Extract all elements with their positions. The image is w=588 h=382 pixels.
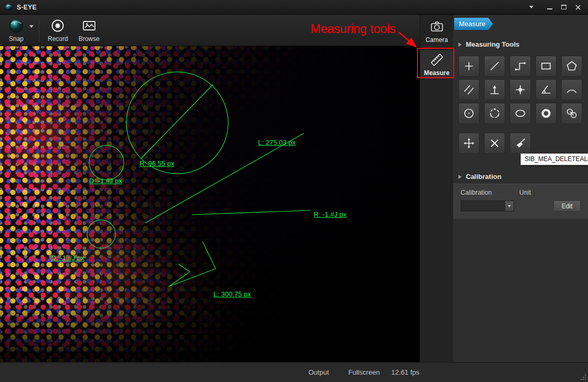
measured-polyline xyxy=(169,241,216,286)
measure-tab-label: Measure xyxy=(424,69,450,77)
circle-3pt-tool-button[interactable] xyxy=(484,103,505,124)
select-chevron-button[interactable] xyxy=(505,201,514,211)
measurement-label[interactable]: R: -1.#J px xyxy=(314,210,347,218)
snap-label: Snap xyxy=(9,35,24,43)
unit-label: Unit xyxy=(519,189,581,196)
move-tool-button[interactable] xyxy=(458,133,479,154)
app-logo-icon xyxy=(5,3,13,12)
maximize-button[interactable] xyxy=(557,2,571,13)
measurement-label[interactable]: D: -1.#J px xyxy=(51,254,84,262)
fullscreen-button[interactable]: Fullscreen xyxy=(348,363,380,382)
annulus-tool-button[interactable] xyxy=(536,103,557,124)
measurement-label[interactable]: L: 275.03 px xyxy=(258,139,296,146)
chevron-down-icon xyxy=(29,25,34,28)
measurement-overlay xyxy=(0,46,420,362)
parallel-lines-tool-button[interactable] xyxy=(458,79,479,100)
side-tabstrip: Camera Measure xyxy=(420,15,453,362)
vertical-line-tool-button[interactable] xyxy=(484,79,505,100)
polyline-tool-icon xyxy=(514,60,527,72)
minimize-button[interactable] xyxy=(542,2,557,13)
camera-viewport[interactable]: R: 96.55 px D: -1.#J px L: 275.03 px R: … xyxy=(0,46,420,362)
panel-tab-measure[interactable]: Measure xyxy=(454,18,493,30)
chevron-down-icon xyxy=(529,6,533,8)
rectangle-tool-icon xyxy=(540,60,552,72)
tooltip: SIB_MEA_DELETEALL xyxy=(520,153,588,165)
calibration-header[interactable]: Calibration xyxy=(453,169,588,184)
measured-line xyxy=(145,133,304,223)
snap-dropdown-button[interactable] xyxy=(29,15,36,46)
titlebar-menu-button[interactable] xyxy=(524,2,538,13)
calibration-label: Calibration xyxy=(461,189,519,196)
window-title: S-EYE xyxy=(17,4,37,11)
fps-indicator: 12.61 fps xyxy=(391,363,420,382)
measured-circle xyxy=(87,220,115,248)
snap-button[interactable]: Snap xyxy=(3,15,29,46)
calibration-select-value xyxy=(461,201,505,211)
record-button[interactable]: Record xyxy=(42,15,73,46)
record-icon xyxy=(50,18,66,34)
titlebar: S-EYE xyxy=(0,0,588,15)
vertical-line-tool-icon xyxy=(488,83,501,96)
record-label: Record xyxy=(48,35,68,43)
window-controls xyxy=(524,2,585,13)
measure-panel: Measure Measuring Tools xyxy=(453,15,588,362)
statusbar: Output Fullscreen 12.61 fps xyxy=(0,362,588,382)
browse-button[interactable]: Browse xyxy=(73,15,105,46)
browse-icon xyxy=(81,18,97,34)
resize-grip[interactable] xyxy=(580,374,586,380)
measuring-tools-title: Measuring Tools xyxy=(466,40,519,48)
measured-line xyxy=(192,210,311,215)
annotation-arrow-icon xyxy=(390,29,422,51)
circle-tool-button[interactable] xyxy=(458,103,479,124)
measure-tab[interactable]: Measure xyxy=(420,50,453,79)
measuring-tools-header[interactable]: Measuring Tools xyxy=(453,37,588,51)
tool-grid xyxy=(453,54,588,154)
delete-all-tool-button[interactable] xyxy=(510,133,531,154)
arc-tool-button[interactable] xyxy=(561,79,582,100)
toolbar-separator xyxy=(39,19,39,42)
point-tool-button[interactable] xyxy=(458,56,479,77)
line-tool-button[interactable] xyxy=(484,56,505,77)
cross-line-tool-button[interactable] xyxy=(510,79,531,100)
two-circles-tool-icon xyxy=(565,107,578,120)
radius-line xyxy=(141,84,213,158)
line-tool-icon xyxy=(488,60,501,72)
output-button[interactable]: Output xyxy=(308,363,329,382)
delete-tool-button[interactable] xyxy=(484,133,505,154)
two-circles-tool-button[interactable] xyxy=(561,103,582,124)
measured-circle xyxy=(89,145,124,180)
calibration-title: Calibration xyxy=(466,173,501,181)
measured-circle xyxy=(126,72,228,174)
calibration-body: Calibration Unit Edit xyxy=(453,184,588,219)
camera-icon xyxy=(430,19,444,34)
panel-tab-label: Measure xyxy=(459,20,486,28)
camera-tab[interactable]: Camera xyxy=(420,18,453,45)
parallel-lines-tool-icon xyxy=(463,83,475,96)
expander-icon xyxy=(458,175,462,179)
cross-line-tool-icon xyxy=(514,83,527,96)
calibration-select[interactable] xyxy=(461,200,514,211)
app-window: S-EYE Snap xyxy=(0,0,588,382)
point-tool-icon xyxy=(463,60,475,72)
snap-icon xyxy=(8,18,24,34)
annulus-tool-icon xyxy=(540,107,552,120)
polyline-tool-button[interactable] xyxy=(510,56,531,77)
angle-tool-icon xyxy=(540,83,552,96)
delete-tool-icon xyxy=(488,137,501,150)
close-button[interactable] xyxy=(571,2,585,13)
circle-tool-icon xyxy=(463,107,475,120)
move-tool-icon xyxy=(463,137,475,150)
ellipse-tool-button[interactable] xyxy=(510,103,531,124)
angle-tool-button[interactable] xyxy=(536,79,557,100)
measurement-label[interactable]: D: -1.#J px xyxy=(89,177,122,185)
measurement-label[interactable]: L: 300.75 px xyxy=(213,290,251,298)
rectangle-tool-button[interactable] xyxy=(536,56,557,77)
measurement-label[interactable]: R: 96.55 px xyxy=(140,160,175,167)
polygon-tool-button[interactable] xyxy=(561,56,582,77)
delete-all-tool-icon xyxy=(514,137,527,150)
camera-tab-label: Camera xyxy=(425,36,448,44)
circle-3pt-tool-icon xyxy=(488,107,501,120)
arc-tool-icon xyxy=(565,83,578,96)
chevron-down-icon xyxy=(508,205,511,207)
edit-button[interactable]: Edit xyxy=(553,200,581,211)
